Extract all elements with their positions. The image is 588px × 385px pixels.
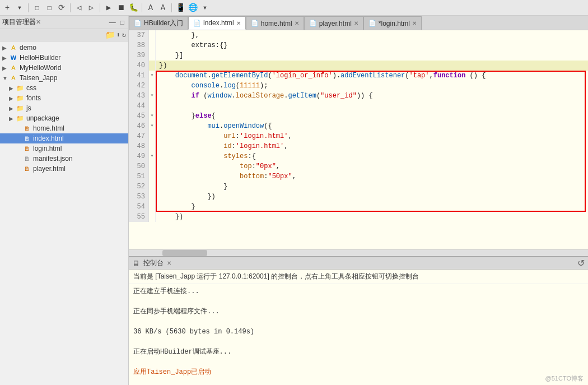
code-line-53: 53 }) xyxy=(129,192,588,202)
sidebar-item-hellohbuilder[interactable]: ▶ W HelloHBuilder xyxy=(0,53,128,63)
sidebar-item-css[interactable]: ▶ 📁 css xyxy=(0,83,128,93)
line-fold-43[interactable]: ▾ xyxy=(149,91,156,101)
new-file-icon[interactable]: ☐ xyxy=(32,3,42,13)
file-player-icon: 🗎 xyxy=(22,165,31,173)
sidebar-item-label: Taisen_Japp xyxy=(20,74,57,82)
line-fold-44 xyxy=(149,101,156,111)
add-icon[interactable]: + xyxy=(2,3,12,13)
line-num-51: 51 xyxy=(129,171,149,182)
console-line-1: 正在同步手机端程序文件... xyxy=(133,307,584,317)
format-icon[interactable]: A xyxy=(146,3,156,13)
code-line-37: 37 }, xyxy=(129,30,588,40)
tab-login-close[interactable]: ✕ xyxy=(412,20,417,26)
sidebar-item-js[interactable]: ▶ 📁 js xyxy=(0,103,128,113)
code-editor[interactable]: 37 }, 38 extras:{} 39 xyxy=(129,30,588,249)
status-text: 当前是 [Taisen_Japp 运行于 127.0.0.1:62001] 的控… xyxy=(133,272,419,280)
sidebar-item-unpackage[interactable]: ▶ 📁 unpackage xyxy=(0,113,128,123)
line-num-45: 45 xyxy=(129,111,149,121)
tab-index[interactable]: 📄 index.html ✕ xyxy=(188,16,246,30)
code-line-39: 39 }] xyxy=(129,50,588,61)
arrow-hello: ▶ xyxy=(2,55,9,61)
tab-player-label: player.html xyxy=(319,20,352,27)
stop-icon[interactable]: ⏹ xyxy=(116,3,126,13)
code-line-43: 43 ▾ if (window.localStorage.getItem("us… xyxy=(129,91,588,101)
sidebar-item-index-html[interactable]: 🗎 index.html xyxy=(0,133,128,143)
console-line-2: 36 KB/s (5630 bytes in 0.149s) xyxy=(133,327,584,337)
bottom-panel-close-tab[interactable]: ✕ xyxy=(167,260,171,266)
sidebar-max-icon[interactable]: □ xyxy=(119,18,126,27)
tab-login-icon: 📄 xyxy=(368,20,376,27)
sep4 xyxy=(142,3,142,12)
line-content-39: }] xyxy=(156,50,183,61)
sidebar-item-myhelloworld[interactable]: ▶ A MyHelloWorld xyxy=(0,63,128,73)
line-fold-49[interactable]: ▾ xyxy=(149,151,156,161)
code-line-38: 38 extras:{} xyxy=(129,40,588,50)
undo-icon[interactable]: ◁ xyxy=(74,3,84,13)
tab-index-close[interactable]: ✕ xyxy=(236,20,241,26)
bottom-status-bar: 当前是 [Taisen_Japp 运行于 127.0.0.1:62001] 的控… xyxy=(129,270,588,284)
line-num-49: 49 xyxy=(129,151,149,161)
line-fold-45[interactable]: ▾ xyxy=(149,111,156,121)
redo-icon[interactable]: ▷ xyxy=(86,3,96,13)
horizontal-scrollbar[interactable] xyxy=(129,249,588,256)
line-fold-46[interactable]: ▾ xyxy=(149,121,156,131)
arrow-js: ▶ xyxy=(9,105,16,112)
bottom-right-refresh-icon[interactable]: ↺ xyxy=(577,258,585,268)
file-login-icon: 🗎 xyxy=(22,145,31,152)
collapse-icon[interactable]: ⬆ xyxy=(116,31,120,39)
sidebar-item-taisen[interactable]: ▼ A Taisen_Japp xyxy=(0,73,128,83)
sidebar-item-fonts[interactable]: ▶ 📁 fonts xyxy=(0,93,128,103)
sidebar-item-label: login.html xyxy=(33,145,62,152)
tab-player-icon: 📄 xyxy=(309,20,317,27)
font-icon[interactable]: A xyxy=(158,3,168,13)
code-line-40: 40 }) xyxy=(129,61,588,71)
line-fold-51 xyxy=(149,171,156,182)
console-content[interactable]: 正在建立手机连接... 正在同步手机端程序文件... 36 KB/s (5630… xyxy=(129,284,588,385)
line-fold-48 xyxy=(149,141,156,151)
save-icon[interactable]: ⟳ xyxy=(57,3,67,13)
tab-bar: 📄 HBuilder入门 📄 index.html ✕ 📄 home.html … xyxy=(129,16,588,30)
sidebar-min-icon[interactable]: — xyxy=(108,18,118,27)
tab-hbuilder[interactable]: 📄 HBuilder入门 xyxy=(129,16,188,30)
file-html-icon: 🗎 xyxy=(22,124,31,132)
sidebar-item-home-html[interactable]: 🗎 home.html xyxy=(0,123,128,133)
run-icon[interactable]: ▶ xyxy=(104,3,114,13)
code-line-42: 42 console.log(11111); xyxy=(129,81,588,91)
line-num-42: 42 xyxy=(129,81,149,91)
watermark: @51CTO博客 xyxy=(545,374,584,383)
tab-login-label: *login.html xyxy=(379,20,410,27)
tab-home-close[interactable]: ✕ xyxy=(295,20,299,26)
dropdown-icon[interactable]: ▾ xyxy=(15,3,25,13)
line-num-39: 39 xyxy=(129,50,149,61)
line-content-55: }) xyxy=(156,212,183,222)
line-fold-42 xyxy=(149,81,156,91)
code-line-50: 50 top:"0px", xyxy=(129,161,588,171)
browser-icon[interactable]: 🌐 xyxy=(188,3,198,13)
settings-dropdown-icon[interactable]: ▾ xyxy=(200,3,210,13)
line-content-41: document.getElementById('login_or_info')… xyxy=(156,71,486,81)
tab-player[interactable]: 📄 player.html ✕ xyxy=(304,16,363,30)
tab-player-close[interactable]: ✕ xyxy=(354,20,358,26)
new-folder-icon[interactable]: ☐ xyxy=(44,3,54,13)
sidebar-item-demo[interactable]: ▶ A demo xyxy=(0,43,128,53)
sidebar-item-manifest-json[interactable]: 🗎 manifest.json xyxy=(0,154,128,164)
sidebar-item-player-html[interactable]: 🗎 player.html xyxy=(0,164,128,174)
tab-login[interactable]: 📄 *login.html ✕ xyxy=(363,16,422,30)
sidebar-item-label: HelloHBuilder xyxy=(20,54,60,62)
debug-icon[interactable]: 🐛 xyxy=(128,3,138,13)
file-index-icon: 🗎 xyxy=(22,134,31,142)
refresh-sidebar-icon[interactable]: ↻ xyxy=(122,31,126,39)
folder-fonts-icon: 📁 xyxy=(16,94,25,102)
folder-w-icon: W xyxy=(9,54,18,62)
line-fold-41[interactable]: ▾ xyxy=(149,71,156,81)
line-content-43: if (window.localStorage.getItem("user_id… xyxy=(156,91,373,101)
sidebar-item-login-html[interactable]: 🗎 login.html xyxy=(0,143,128,154)
code-line-44: 44 xyxy=(129,101,588,111)
new-folder-btn[interactable]: 📁 xyxy=(105,30,115,40)
tab-home[interactable]: 📄 home.html ✕ xyxy=(246,16,304,30)
device-icon[interactable]: 📱 xyxy=(175,3,185,13)
sidebar-header-icons: — □ xyxy=(108,18,126,27)
line-num-52: 52 xyxy=(129,182,149,192)
close-icon[interactable]: ✕ xyxy=(36,18,41,26)
code-lines: 37 }, 38 extras:{} 39 xyxy=(129,30,588,222)
